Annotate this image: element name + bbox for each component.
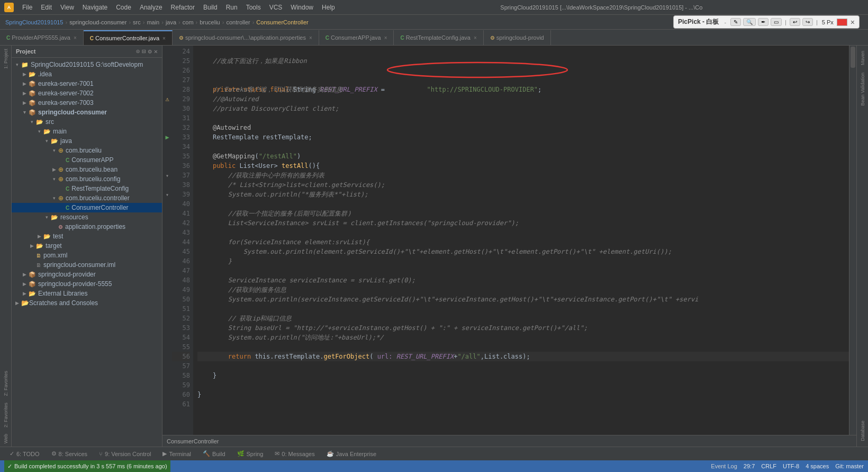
tree-item-controller[interactable]: ▾ ⊕ com.bruceliu.controller: [12, 193, 162, 203]
breadcrumb-root[interactable]: SpringCloud20191015: [5, 19, 63, 25]
menu-tools[interactable]: Tools: [242, 3, 265, 12]
tree-item-bean[interactable]: ▶ ⊕ com.bruceliu.bean: [12, 165, 162, 174]
tree-item-src[interactable]: ▾ 📂 src: [12, 117, 162, 127]
picpick-color[interactable]: [837, 19, 847, 26]
tree-item-main[interactable]: ▾ 📂 main: [12, 127, 162, 136]
tree-item-eureka3[interactable]: ▶ 📦 eureka-server-7003: [12, 98, 162, 108]
tab-version[interactable]: ⑂ 9: Version Control: [94, 450, 156, 458]
tree-item-resttemplate[interactable]: ▶ C RestTemplateConfig: [12, 184, 162, 193]
event-log-btn[interactable]: Event Log: [711, 463, 737, 469]
indent[interactable]: 4 spaces: [806, 463, 829, 469]
comment-28: // Eureka客户端，可以获取到服务实例信息: [213, 86, 342, 93]
right-icon-maven[interactable]: Maven: [859, 48, 866, 68]
right-scrollbar[interactable]: [849, 46, 856, 435]
tab-messages[interactable]: ✉ 0: Messages: [269, 449, 320, 458]
tab-springcloudprovid[interactable]: ⚙ springcloud-provid: [484, 30, 551, 45]
left-icon-web[interactable]: Web: [2, 431, 10, 447]
breadcrumb-class[interactable]: ConsumerController: [256, 19, 308, 25]
menu-window[interactable]: Window: [286, 3, 318, 12]
menu-help[interactable]: Help: [318, 3, 339, 12]
tree-item-target[interactable]: ▶ 📂 target: [12, 241, 162, 251]
tab-resttemplate[interactable]: C RestTemplateConfig.java ×: [394, 30, 483, 45]
picpick-close[interactable]: ×: [849, 18, 856, 26]
tab-providerapp[interactable]: C ProviderAPP5555.java ×: [0, 30, 84, 45]
tree-item-root[interactable]: ▾ 📁 SpringCloud20191015 G:\softDevelopm: [12, 60, 162, 69]
picpick-btn3[interactable]: ✒: [758, 18, 768, 26]
sidebar-icon-locate[interactable]: ⊙: [136, 48, 140, 55]
tab-label-consumerapp: ConsumerAPP.java: [331, 34, 381, 41]
picpick-btn6[interactable]: ↪: [802, 18, 813, 26]
tree-item-pom[interactable]: ▶ 🗎 pom.xml: [12, 251, 162, 260]
breadcrumb-java[interactable]: java: [166, 19, 176, 25]
menu-view[interactable]: View: [56, 3, 78, 12]
menu-refactor[interactable]: Refactor: [167, 3, 199, 12]
code-area[interactable]: //改成下面这行，如果是Ribbon private static final …: [193, 46, 849, 435]
picpick-btn2[interactable]: 🔍: [743, 18, 756, 26]
tree-item-eureka2[interactable]: ▶ 📦 eureka-server-7002: [12, 88, 162, 98]
encoding[interactable]: UTF-8: [783, 463, 799, 469]
line-sep[interactable]: CRLF: [761, 463, 776, 469]
menu-analyze[interactable]: Analyze: [135, 3, 167, 12]
tree-item-resources[interactable]: ▾ 📂 resources: [12, 212, 162, 222]
fold-36[interactable]: ▾: [166, 173, 169, 179]
tree-item-idea[interactable]: ▶ 📂 .idea: [12, 69, 162, 79]
breadcrumb-src[interactable]: src: [133, 19, 141, 25]
tab-close-providerapp[interactable]: ×: [74, 35, 77, 41]
breadcrumb-com[interactable]: com: [183, 19, 194, 25]
breadcrumb-bruceliu[interactable]: bruceliu: [200, 19, 220, 25]
sidebar-icon-settings[interactable]: ⚙: [148, 48, 152, 55]
left-icon-2[interactable]: 2: Favorites: [2, 399, 10, 431]
menu-build[interactable]: Build: [199, 3, 222, 12]
tab-consumercontroller[interactable]: C ConsumerController.java ×: [84, 30, 173, 45]
tab-terminal[interactable]: ▶ Terminal: [157, 449, 196, 458]
menu-file[interactable]: File: [18, 3, 37, 12]
tree-item-eureka1[interactable]: ▶ 📦 eureka-server-7001: [12, 79, 162, 88]
menu-vcs[interactable]: VCS: [265, 3, 287, 12]
right-icon-database[interactable]: Database: [859, 417, 866, 444]
tree-item-consumer[interactable]: ▾ 📦 springcloud-consumer: [12, 108, 162, 117]
menu-edit[interactable]: Edit: [37, 3, 56, 12]
tree-item-consumerapp[interactable]: ▶ C ConsumerAPP: [12, 155, 162, 165]
tree-item-extlib[interactable]: ▶ 📂 External Libraries: [12, 289, 162, 298]
tab-close-consumercontroller[interactable]: ×: [162, 35, 166, 41]
editor-scroll[interactable]: ⚠ ▶ ▾ ▾: [162, 46, 856, 435]
tree-item-appprops[interactable]: ▶ ⚙ application.properties: [12, 222, 162, 231]
menu-run[interactable]: Run: [222, 3, 242, 12]
tab-javaenterprise[interactable]: ☕ Java Enterprise: [321, 449, 382, 458]
sidebar-icon-close[interactable]: ✕: [154, 48, 158, 55]
tree-item-consumerctrl[interactable]: ▶ C ConsumerController: [12, 203, 162, 212]
picpick-btn1[interactable]: ✎: [730, 18, 741, 26]
right-icon-beanvalidation[interactable]: Bean Validation: [859, 69, 866, 109]
menu-code[interactable]: Code: [112, 3, 135, 12]
picpick-btn4[interactable]: ▭: [771, 18, 782, 26]
tab-close-resttemplate[interactable]: ×: [474, 35, 477, 41]
tab-build[interactable]: 🔨 Build: [197, 449, 230, 458]
tree-item-config[interactable]: ▾ ⊕ com.bruceliu.config: [12, 174, 162, 184]
tree-item-test[interactable]: ▶ 📂 test: [12, 231, 162, 241]
tree-item-provider5555[interactable]: ▶ 📦 springcloud-provider-5555: [12, 279, 162, 289]
tab-appprops[interactable]: ⚙ springcloud-consumer\...\application.p…: [173, 30, 319, 45]
tab-close-consumerapp[interactable]: ×: [384, 35, 387, 41]
left-icon-favorites[interactable]: Z: Favorites: [2, 368, 10, 399]
fold-38[interactable]: ▾: [166, 192, 169, 198]
tab-services[interactable]: ⚙ 8: Services: [46, 449, 93, 458]
git-branch[interactable]: Git: master: [835, 463, 864, 469]
tree-item-java[interactable]: ▾ 📂 java: [12, 136, 162, 146]
tab-spring[interactable]: 🌿 Spring: [232, 449, 269, 458]
tab-consumerapp[interactable]: C ConsumerAPP.java ×: [319, 30, 394, 45]
left-icon-structure[interactable]: [5, 72, 7, 78]
scrollbar-thumb[interactable]: [851, 47, 855, 68]
breadcrumb-main[interactable]: main: [147, 19, 159, 25]
left-icon-1[interactable]: 1: Project: [2, 46, 10, 72]
tree-item-bruceliu[interactable]: ▾ ⊕ com.bruceliu: [12, 146, 162, 155]
picpick-btn5[interactable]: ↩: [790, 18, 800, 26]
tab-close-appprops[interactable]: ×: [309, 35, 312, 41]
sidebar-icon-collapse[interactable]: ⊟: [142, 48, 146, 55]
tab-todo[interactable]: ✓ 6: TODO: [4, 449, 45, 458]
breadcrumb-controller[interactable]: controller: [226, 19, 250, 25]
breadcrumb-module[interactable]: springcloud-consumer: [69, 19, 126, 25]
tree-item-provider[interactable]: ▶ 📦 springcloud-provider: [12, 270, 162, 279]
tree-item-scratch[interactable]: ▶ 📂 Scratches and Consoles: [12, 298, 162, 308]
menu-navigate[interactable]: Navigate: [78, 3, 112, 12]
tree-item-iml[interactable]: ▶ 🗎 springcloud-consumer.iml: [12, 260, 162, 270]
